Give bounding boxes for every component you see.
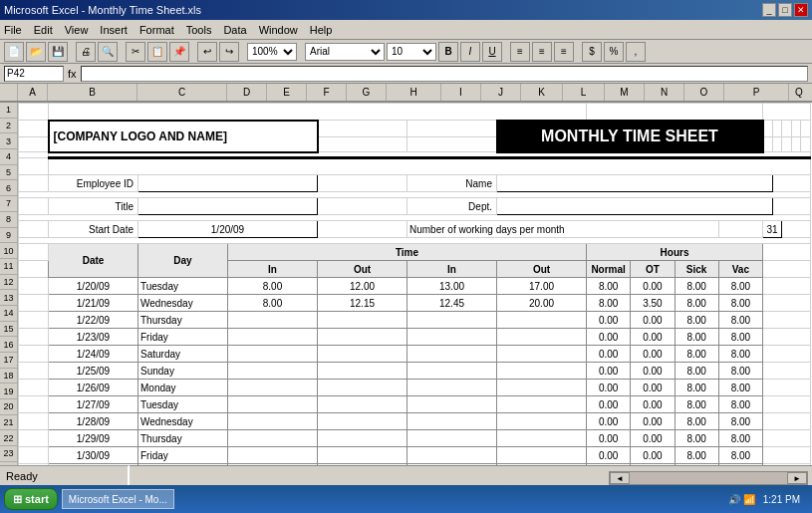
row-headers: 1 2 3 4 5 6 7 8 9 10 11 12 13 14 15 16 1… <box>0 103 18 509</box>
font-select[interactable]: Arial <box>305 43 385 61</box>
menu-insert[interactable]: Insert <box>100 24 128 36</box>
italic-button[interactable]: I <box>460 42 480 62</box>
menu-bar: File Edit View Insert Format Tools Data … <box>0 20 812 40</box>
menu-data[interactable]: Data <box>223 24 246 36</box>
scroll-track <box>630 472 787 484</box>
align-left-button[interactable]: ≡ <box>510 42 530 62</box>
time-in2-header: In <box>407 261 497 278</box>
row-header-8: 8 <box>0 212 17 228</box>
redo-button[interactable]: ↪ <box>219 42 239 62</box>
name-value[interactable] <box>497 175 773 192</box>
row-header-11: 11 <box>0 259 17 275</box>
fontsize-select[interactable]: 10 <box>387 43 436 61</box>
start-button[interactable]: ⊞ start <box>4 488 58 510</box>
col-header-D: D <box>227 84 267 101</box>
table-row <box>19 104 811 121</box>
time-header: Time <box>228 244 587 261</box>
window-title: Microsoft Excel - Monthly Time Sheet.xls <box>4 4 201 16</box>
table-row: 1/27/09 Tuesday 0.00 0.00 8.00 8.00 <box>19 396 811 413</box>
table-header-row1: Date Day Time Hours <box>19 244 811 261</box>
col-header-F: F <box>307 84 347 101</box>
row-header-19: 19 <box>0 384 17 399</box>
close-button[interactable]: ✕ <box>794 3 808 17</box>
undo-button[interactable]: ↩ <box>197 42 217 62</box>
name-box[interactable]: P42 <box>4 66 64 82</box>
open-button[interactable]: 📂 <box>26 42 46 62</box>
scroll-left-button[interactable]: ◄ <box>610 472 630 484</box>
table-row: 1/28/09 Wednesday 0.00 0.00 8.00 8.00 <box>19 413 811 430</box>
formula-input[interactable] <box>81 66 808 82</box>
underline-button[interactable]: U <box>482 42 502 62</box>
align-right-button[interactable]: ≡ <box>554 42 574 62</box>
col-header-A: A <box>18 84 48 101</box>
working-days-label: Number of working days per month <box>407 221 719 238</box>
comma-button[interactable]: , <box>626 42 646 62</box>
company-logo-cell: [COMPANY LOGO AND NAME] <box>49 121 318 152</box>
maximize-button[interactable]: □ <box>778 3 792 17</box>
menu-help[interactable]: Help <box>310 24 333 36</box>
dept-value[interactable] <box>497 198 773 215</box>
save-button[interactable]: 💾 <box>48 42 68 62</box>
start-icon: ⊞ <box>13 493 22 506</box>
cell-area: [COMPANY LOGO AND NAME] MONTHLY TIME SHE… <box>18 103 812 509</box>
col-header-C: C <box>137 84 227 101</box>
zoom-select[interactable]: 100% <box>247 43 297 61</box>
percent-button[interactable]: % <box>604 42 624 62</box>
title-value[interactable] <box>138 198 318 215</box>
employee-id-value[interactable] <box>138 175 318 192</box>
new-button[interactable]: 📄 <box>4 42 24 62</box>
time-out1-header: Out <box>318 261 407 278</box>
vac-header: Vac <box>718 261 762 278</box>
row-header-14: 14 <box>0 306 17 322</box>
taskbar-icons: 🔊 📶 <box>728 494 755 505</box>
minimize-button[interactable]: _ <box>762 3 776 17</box>
normal-header: Normal <box>587 261 631 278</box>
table-row: 1/25/09 Sunday 0.00 0.00 8.00 8.00 <box>19 363 811 380</box>
paste-button[interactable]: 📌 <box>169 42 189 62</box>
formula-equals: fx <box>68 68 77 80</box>
row-header-20: 20 <box>0 399 17 415</box>
col-header-B: B <box>48 84 137 101</box>
row-header-9: 9 <box>0 228 17 244</box>
menu-edit[interactable]: Edit <box>34 24 53 36</box>
dept-label: Dept. <box>407 198 497 215</box>
menu-view[interactable]: View <box>65 24 89 36</box>
table-row: 1/20/09 Tuesday 8.00 12.00 13.00 17.00 8… <box>19 278 811 295</box>
taskbar-excel-item[interactable]: Microsoft Excel - Mo... <box>62 489 174 509</box>
bold-button[interactable]: B <box>438 42 458 62</box>
row-header-7: 7 <box>0 196 17 212</box>
scroll-right-button[interactable]: ► <box>787 472 807 484</box>
window-controls[interactable]: _ □ ✕ <box>762 3 808 17</box>
currency-button[interactable]: $ <box>582 42 602 62</box>
col-header-E: E <box>267 84 307 101</box>
print-button[interactable]: 🖨 <box>76 42 96 62</box>
preview-button[interactable]: 🔍 <box>98 42 118 62</box>
table-row: 1/29/09 Thursday 0.00 0.00 8.00 8.00 <box>19 430 811 447</box>
table-row: 1/30/09 Friday 0.00 0.00 8.00 8.00 <box>19 447 811 464</box>
menu-tools[interactable]: Tools <box>186 24 212 36</box>
menu-format[interactable]: Format <box>139 24 174 36</box>
row-header-15: 15 <box>0 322 17 338</box>
cut-button[interactable]: ✂ <box>126 42 145 62</box>
col-header-Q: Q <box>789 84 809 101</box>
row-header-3: 3 <box>0 133 17 149</box>
name-label: Name <box>407 175 497 192</box>
menu-window[interactable]: Window <box>259 24 298 36</box>
col-header-H: H <box>387 84 441 101</box>
align-center-button[interactable]: ≡ <box>532 42 552 62</box>
spreadsheet-grid: [COMPANY LOGO AND NAME] MONTHLY TIME SHE… <box>18 103 811 498</box>
row-header-13: 13 <box>0 290 17 306</box>
date-header: Date <box>49 244 138 278</box>
start-date-label: Start Date <box>49 221 138 238</box>
copy-button[interactable]: 📋 <box>147 42 167 62</box>
horizontal-scrollbar[interactable]: ◄ ► <box>609 471 808 485</box>
time-out2-header: Out <box>497 261 587 278</box>
hours-header: Hours <box>587 244 763 261</box>
start-date-value[interactable]: 1/20/09 <box>138 221 318 238</box>
row-header-17: 17 <box>0 353 17 369</box>
menu-file[interactable]: File <box>4 24 22 36</box>
row-header-12: 12 <box>0 275 17 291</box>
col-header-M: M <box>605 84 645 101</box>
table-row: 1/26/09 Monday 0.00 0.00 8.00 8.00 <box>19 380 811 396</box>
working-days-value[interactable]: 31 <box>763 221 782 238</box>
